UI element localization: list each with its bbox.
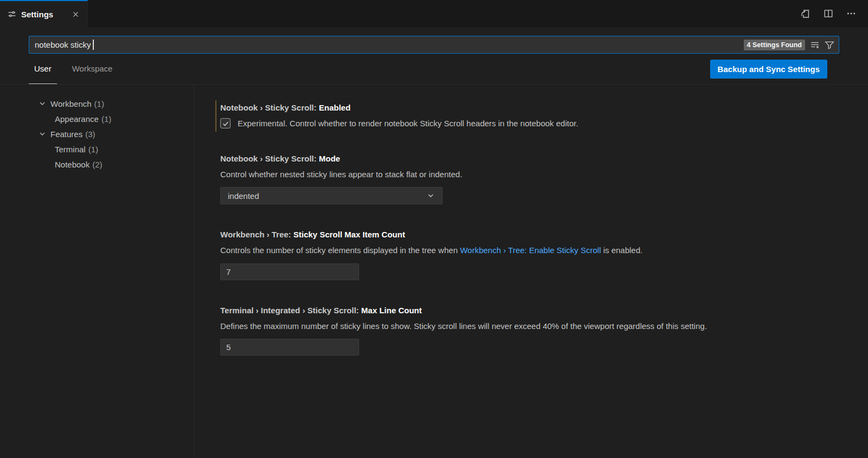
description-text: Controls the number of sticky elements d… — [220, 246, 460, 255]
settings-search-row: notebook sticky 4 Settings Found — [0, 27, 868, 54]
chevron-down-icon[interactable] — [38, 130, 47, 138]
chevron-down-icon[interactable] — [38, 99, 47, 108]
backup-and-sync-settings-button[interactable]: Backup and Sync Settings — [710, 60, 827, 79]
toc-item-features[interactable]: Features (3) — [0, 126, 194, 141]
tab-title: Settings — [21, 10, 53, 19]
open-settings-json-icon[interactable] — [800, 9, 810, 19]
editor-actions — [800, 0, 868, 27]
settings-scope-row: User Workspace Backup and Sync Settings — [0, 54, 868, 85]
setting-title: Notebook › Sticky Scroll: Mode — [220, 154, 846, 163]
text-caret — [93, 40, 94, 50]
checkmark-icon — [222, 120, 229, 127]
toc-item-appearance[interactable]: Appearance (1) — [0, 111, 194, 126]
toc-count: (1) — [94, 99, 104, 108]
settings-list: Notebook › Sticky Scroll: Enabled Experi… — [194, 85, 868, 458]
setting-title-prefix: Terminal › Integrated › Sticky Scroll: — [220, 306, 359, 315]
setting-workbench-tree-sticky-scroll-max-item-count: Workbench › Tree: Sticky Scroll Max Item… — [220, 230, 846, 280]
more-actions-icon[interactable] — [846, 9, 856, 18]
settings-search-input[interactable]: notebook sticky 4 Settings Found — [29, 36, 839, 54]
toc-count: (3) — [85, 130, 95, 139]
close-icon[interactable] — [71, 9, 81, 20]
setting-notebook-sticky-scroll-enabled: Notebook › Sticky Scroll: Enabled Experi… — [220, 103, 846, 128]
toc-label: Terminal — [55, 145, 86, 154]
toc-label: Notebook — [55, 160, 90, 169]
setting-title: Notebook › Sticky Scroll: Enabled — [220, 103, 846, 112]
setting-title-prefix: Notebook › Sticky Scroll: — [220, 103, 317, 112]
setting-description: Control whether nested sticky lines appe… — [220, 169, 846, 180]
toc-label: Appearance — [55, 114, 99, 124]
toc-label: Features — [50, 130, 82, 139]
toc-count: (1) — [101, 114, 111, 124]
scope-tab-user[interactable]: User — [29, 54, 57, 84]
setting-title: Workbench › Tree: Sticky Scroll Max Item… — [220, 230, 846, 239]
setting-terminal-sticky-scroll-max-line-count: Terminal › Integrated › Sticky Scroll: M… — [220, 306, 846, 356]
toc-item-terminal[interactable]: Terminal (1) — [0, 141, 194, 157]
settings-toc-tree: Workbench (1) Appearance (1) Features (3… — [0, 85, 194, 458]
toc-label: Workbench — [50, 99, 92, 108]
settings-sliders-icon — [8, 10, 16, 18]
toc-item-workbench[interactable]: Workbench (1) — [0, 96, 194, 111]
setting-description: Experimental. Control whether to render … — [238, 119, 578, 128]
setting-title-prefix: Workbench › Tree: — [220, 230, 291, 239]
description-text: is enabled. — [601, 246, 643, 255]
max-line-count-input[interactable] — [220, 339, 359, 356]
selected-option: indented — [228, 191, 259, 201]
chevron-down-icon — [426, 191, 435, 200]
clear-search-results-icon[interactable] — [810, 40, 820, 50]
checkbox-checked[interactable] — [220, 118, 231, 128]
toc-item-notebook[interactable]: Notebook (2) — [0, 157, 194, 172]
editor-tab-bar: Settings — [0, 0, 868, 27]
setting-title-name: Max Line Count — [361, 306, 422, 315]
setting-description: Controls the number of sticky elements d… — [220, 245, 846, 256]
setting-description: Defines the maximum number of sticky lin… — [220, 321, 846, 332]
setting-notebook-sticky-scroll-mode: Notebook › Sticky Scroll: Mode Control w… — [220, 154, 846, 204]
split-editor-icon[interactable] — [824, 9, 833, 18]
search-query-text: notebook sticky — [35, 40, 91, 49]
setting-title-name: Sticky Scroll Max Item Count — [293, 230, 405, 239]
settings-main: Workbench (1) Appearance (1) Features (3… — [0, 85, 868, 458]
setting-title-name: Enabled — [319, 103, 350, 112]
setting-title-name: Mode — [319, 154, 340, 163]
setting-link[interactable]: Workbench › Tree: Enable Sticky Scroll — [460, 246, 601, 255]
tab-settings[interactable]: Settings — [0, 0, 88, 27]
setting-title: Terminal › Integrated › Sticky Scroll: M… — [220, 306, 846, 315]
setting-title-prefix: Notebook › Sticky Scroll: — [220, 154, 317, 163]
filter-icon[interactable] — [825, 40, 834, 50]
toc-count: (2) — [92, 160, 102, 169]
scope-tab-workspace[interactable]: Workspace — [67, 54, 118, 84]
mode-select-dropdown[interactable]: indented — [220, 187, 443, 204]
max-item-count-input[interactable] — [220, 263, 359, 280]
toc-count: (1) — [88, 145, 98, 154]
settings-found-badge: 4 Settings Found — [744, 40, 805, 50]
